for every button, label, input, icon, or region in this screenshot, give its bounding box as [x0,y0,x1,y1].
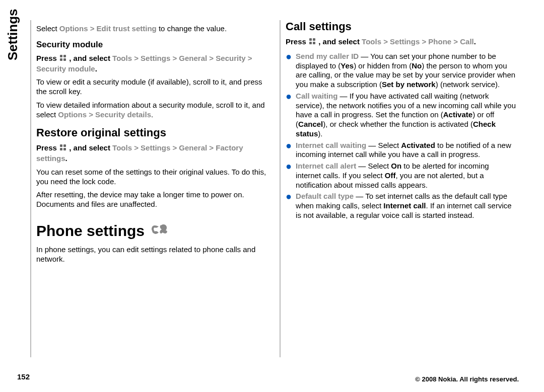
svg-rect-3 [63,58,66,61]
option-label: Send my caller ID [296,52,359,60]
paragraph: Press , and select Tools > Settings > Ph… [286,37,516,48]
menu-key-icon [59,143,67,154]
option-label: Call waiting [296,92,337,100]
option-label: Default call type [296,192,354,200]
list-item: ● Call waiting — If you have activated c… [286,92,516,139]
bullet-icon: ● [286,92,296,139]
svg-rect-9 [313,38,315,41]
svg-rect-6 [60,148,62,150]
heading-phone-settings: Phone settings [36,221,266,241]
bullet-icon: ● [286,52,296,90]
heading-restore: Restore original settings [36,126,266,139]
phone-settings-icon [150,221,170,241]
menu-key-icon [59,54,67,64]
svg-rect-10 [309,42,312,44]
bullet-icon: ● [286,141,296,160]
paragraph: Press , and select Tools > Settings > Ge… [36,143,266,164]
list-item: ● Send my caller ID — You can set your p… [286,52,516,90]
list-item: ● Internet call alert — Select On to be … [286,162,516,190]
manual-page: Settings Select Options > Edit trust set… [0,0,544,392]
nav-path: Options > Security details [58,110,151,119]
paragraph: To view detailed information about a sec… [36,101,266,120]
paragraph: After resetting, the device may take a l… [36,190,266,209]
heading-call-settings: Call settings [286,20,516,33]
heading-security-module: Security module [36,40,266,50]
svg-rect-5 [63,144,66,147]
side-section-label: Settings [5,9,21,60]
list-item: ● Default call type — To set internet ca… [286,192,516,220]
svg-rect-11 [313,42,315,44]
paragraph: Select Options > Edit trust setting to c… [36,24,266,34]
bullet-icon: ● [286,162,296,190]
list-item: ● Internet call waiting — Select Activat… [286,141,516,160]
left-column: Select Options > Edit trust setting to c… [30,20,269,357]
svg-rect-1 [63,55,66,57]
paragraph: To view or edit a security module (if av… [36,77,266,97]
svg-rect-7 [63,148,66,150]
svg-rect-0 [60,55,62,57]
paragraph: In phone settings, you can edit settings… [36,245,266,264]
svg-rect-4 [60,144,62,147]
option-label: Internet call waiting [296,141,366,149]
paragraph: You can reset some of the settings to th… [36,168,266,187]
menu-key-icon [308,37,316,48]
option-label: Internet call alert [296,162,356,170]
nav-path: Options > Edit trust setting [59,24,157,33]
paragraph: Press , and select Tools > Settings > Ge… [36,54,266,74]
nav-path: Tools > Settings > Phone > Call [362,37,474,46]
two-column-layout: Select Options > Edit trust setting to c… [30,20,519,357]
svg-rect-8 [309,38,312,41]
copyright-footer: © 2008 Nokia. All rights reserved. [415,375,519,383]
right-column: Call settings Press , and select Tools >… [280,20,519,357]
bullet-icon: ● [286,192,296,220]
svg-rect-2 [60,58,62,61]
page-number: 152 [17,372,30,381]
